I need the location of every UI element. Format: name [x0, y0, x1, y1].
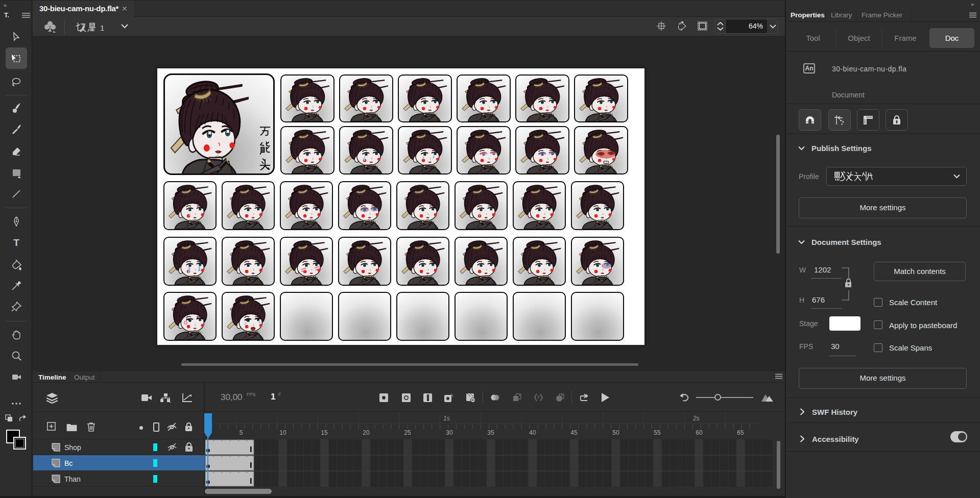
svg-text:A: A	[450, 393, 453, 398]
svg-text:1: 1	[100, 23, 104, 32]
svg-text:T: T	[13, 237, 19, 248]
